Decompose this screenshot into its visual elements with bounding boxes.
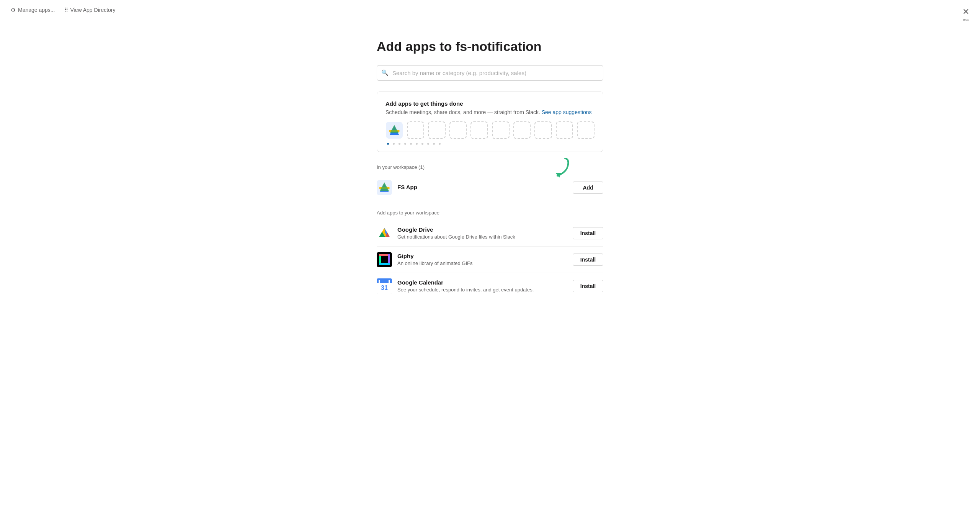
giphy-desc: An online library of animated GIFs [397,260,567,266]
svg-rect-26 [379,280,380,283]
grid-icon: ⠿ [64,7,68,13]
dot-8 [433,143,435,145]
install-section: Add apps to your workspace Google Drive … [377,210,603,299]
fs-app-list-item: FS App Add [377,175,603,201]
arrow-indicator [538,157,569,180]
giphy-info: Giphy An online library of animated GIFs [397,253,567,266]
esc-label: esc [963,18,969,22]
giphy-icon [377,252,392,267]
empty-slot-3 [449,121,467,139]
svg-text:31: 31 [381,285,388,291]
channel-name: fs-notification [456,39,542,54]
empty-slot-1 [407,121,425,139]
see-app-suggestions-link[interactable]: See app suggestions [542,109,592,115]
dot-6 [421,143,423,145]
page-title: Add apps to fs-notification [377,39,603,54]
view-directory-link[interactable]: ⠿ View App Directory [64,7,116,13]
dot-7 [427,143,429,145]
google-drive-install-button[interactable]: Install [573,227,603,239]
google-calendar-icon: 31 [377,278,392,294]
google-calendar-info: Google Calendar See your schedule, respo… [397,279,567,293]
google-drive-info: Google Drive Get notifications about Goo… [397,226,567,240]
suggestion-card: Add apps to get things done Schedule mee… [377,92,603,152]
google-drive-list-item: Google Drive Get notifications about Goo… [377,220,603,247]
svg-rect-27 [389,280,390,283]
fs-app-icon-slot [385,121,403,139]
empty-slot-9 [577,121,595,139]
fs-app-add-button[interactable]: Add [573,182,603,194]
google-drive-icon [377,226,392,241]
view-directory-label: View App Directory [70,7,116,13]
empty-slot-7 [534,121,552,139]
svg-rect-20 [379,263,390,265]
giphy-install-button[interactable]: Install [573,254,603,266]
dots-row [385,143,595,145]
dot-active [387,143,389,145]
giphy-list-item: Giphy An online library of animated GIFs… [377,247,603,273]
dot-3 [404,143,406,145]
google-drive-desc: Get notifications about Google Drive fil… [397,234,567,240]
fs-app-list-icon [377,180,392,195]
title-prefix: Add apps to [377,39,452,54]
search-container: 🔍 [377,65,603,81]
dot-2 [399,143,400,145]
google-calendar-desc: See your schedule, respond to invites, a… [397,287,567,293]
empty-slot-6 [513,121,531,139]
google-drive-name: Google Drive [397,226,567,233]
manage-apps-label: Manage apps... [18,7,55,13]
app-icons-row [385,121,595,139]
close-button[interactable]: ✕ esc [962,7,969,22]
gear-icon: ⚙ [11,7,16,13]
dot-5 [416,143,418,145]
install-section-label: Add apps to your workspace [377,210,603,216]
manage-apps-link[interactable]: ⚙ Manage apps... [11,7,55,13]
workspace-section-label: In your workspace (1) [377,164,603,170]
google-calendar-install-button[interactable]: Install [573,280,603,292]
empty-slot-2 [428,121,446,139]
main-content: Add apps to fs-notification 🔍 Add apps t… [368,20,612,317]
dot-9 [439,143,441,145]
workspace-section: In your workspace (1) FS App Add [377,164,603,201]
suggestion-card-title: Add apps to get things done [385,100,595,107]
google-calendar-name: Google Calendar [397,279,567,286]
google-calendar-list-item: 31 Google Calendar See your schedule, re… [377,273,603,299]
fs-app-svg-icon [386,122,403,139]
fs-app-name: FS App [397,184,567,190]
search-input[interactable] [377,65,603,81]
fs-app-info: FS App [397,184,567,191]
top-bar: ⚙ Manage apps... ⠿ View App Directory [0,0,980,20]
empty-slot-4 [470,121,488,139]
giphy-name: Giphy [397,253,567,259]
dot-4 [410,143,412,145]
empty-slot-8 [556,121,573,139]
empty-slot-5 [492,121,510,139]
close-icon: ✕ [962,7,969,17]
suggestion-card-desc: Schedule meetings, share docs, and more … [385,109,595,115]
dot-1 [393,143,395,145]
